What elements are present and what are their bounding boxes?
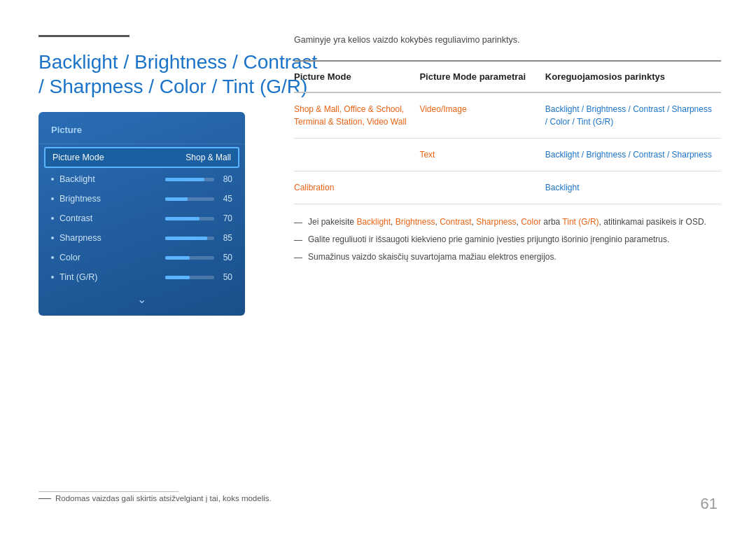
osd-backlight-item[interactable]: Backlight 80 bbox=[38, 169, 245, 189]
osd-contrast-item[interactable]: Contrast 70 bbox=[38, 209, 245, 228]
note-item-2: — Galite reguliuoti ir išsaugoti kiekvie… bbox=[294, 233, 721, 246]
bottom-note-text: Rodomas vaizdas gali skirtis atsižvelgia… bbox=[55, 494, 272, 503]
backlight-value: 80 bbox=[218, 174, 232, 184]
table-cell-1-1: Shop & Mall, Office & School, Terminal &… bbox=[294, 100, 419, 131]
osd-brightness-item[interactable]: Brightness 45 bbox=[38, 189, 245, 209]
osd-contrast-label: Contrast bbox=[59, 213, 92, 223]
table-cell-3-2 bbox=[419, 178, 545, 184]
table-cell-2-2: Text bbox=[419, 146, 545, 164]
osd-tint-item[interactable]: Tint (G/R) 50 bbox=[38, 267, 245, 287]
top-decorative-line bbox=[38, 35, 130, 37]
scroll-down-icon[interactable]: ⌄ bbox=[38, 287, 245, 309]
note-text-1: Jei pakeisite Backlight, Brightness, Con… bbox=[308, 216, 706, 228]
bottom-separator bbox=[38, 491, 178, 492]
osd-sharpness-item[interactable]: Sharpness 85 bbox=[38, 228, 245, 248]
table-cell-2-1 bbox=[294, 146, 419, 151]
osd-menu: Picture Picture Mode Shop & Mall Backlig… bbox=[38, 112, 245, 316]
brightness-slider[interactable] bbox=[165, 197, 214, 201]
osd-picture-mode-item[interactable]: Picture Mode Shop & Mall bbox=[44, 147, 239, 168]
table-cell-1-3: Backlight / Brightness / Contrast / Shar… bbox=[545, 100, 721, 131]
col-header-2: Picture Mode parametrai bbox=[419, 67, 545, 86]
table-cell-1-2: Video/Image bbox=[419, 100, 545, 118]
table-header: Picture Mode Picture Mode parametrai Kor… bbox=[294, 62, 721, 92]
sharpness-slider[interactable] bbox=[165, 237, 214, 240]
osd-color-item[interactable]: Color 50 bbox=[38, 248, 245, 267]
contrast-value: 70 bbox=[218, 213, 232, 223]
backlight-slider[interactable] bbox=[165, 178, 214, 181]
dot-icon bbox=[51, 276, 54, 279]
notes-section: — Jei pakeisite Backlight, Brightness, C… bbox=[294, 216, 721, 264]
osd-sharpness-label: Sharpness bbox=[59, 233, 102, 243]
brightness-value: 45 bbox=[218, 194, 232, 204]
color-slider[interactable] bbox=[165, 256, 214, 260]
note-dash: — bbox=[294, 251, 302, 264]
osd-menu-container: Picture Picture Mode Shop & Mall Backlig… bbox=[38, 112, 248, 316]
bottom-note: Rodomas vaizdas gali skirtis atsižvelgia… bbox=[38, 494, 272, 503]
osd-backlight-label: Backlight bbox=[59, 174, 95, 184]
dot-icon bbox=[51, 217, 54, 220]
osd-color-label: Color bbox=[59, 253, 80, 262]
dot-icon bbox=[51, 237, 54, 239]
osd-picture-mode-value: Shop & Mall bbox=[186, 153, 231, 162]
table-row: Shop & Mall, Office & School, Terminal &… bbox=[294, 93, 721, 139]
tint-slider[interactable] bbox=[165, 276, 214, 279]
dot-icon bbox=[51, 197, 54, 200]
osd-menu-title: Picture bbox=[38, 125, 245, 144]
table-cell-2-3: Backlight / Brightness / Contrast / Shar… bbox=[545, 146, 721, 164]
sharpness-value: 85 bbox=[218, 233, 232, 243]
note-dash: — bbox=[294, 216, 302, 229]
table-cell-3-3: Backlight bbox=[545, 178, 721, 197]
osd-tint-label: Tint (G/R) bbox=[59, 272, 97, 282]
page-number: 61 bbox=[701, 495, 718, 513]
contrast-slider[interactable] bbox=[165, 217, 214, 220]
note-item-3: — Sumažinus vaizdo skaisčių suvartojama … bbox=[294, 251, 721, 264]
osd-brightness-label: Brightness bbox=[59, 194, 101, 204]
col-header-3: Koreguojamosios parinktys bbox=[545, 67, 721, 86]
osd-picture-mode-label: Picture Mode bbox=[52, 153, 104, 162]
dot-icon bbox=[51, 178, 54, 181]
table-row: Text Backlight / Brightness / Contrast /… bbox=[294, 139, 721, 171]
color-value: 50 bbox=[218, 253, 232, 262]
tint-value: 50 bbox=[218, 272, 232, 282]
table-cell-3-1: Calibration bbox=[294, 178, 419, 197]
col-header-1: Picture Mode bbox=[294, 67, 419, 86]
note-dash: — bbox=[294, 234, 302, 246]
right-content: Gaminyje yra kelios vaizdo kokybės regul… bbox=[294, 35, 721, 268]
note-text-3: Sumažinus vaizdo skaisčių suvartojama ma… bbox=[308, 251, 556, 263]
note-item-1: — Jei pakeisite Backlight, Brightness, C… bbox=[294, 216, 721, 229]
table-row: Calibration Backlight bbox=[294, 171, 721, 204]
note-text-2: Galite reguliuoti ir išsaugoti kiekvieno… bbox=[308, 233, 669, 246]
dot-icon bbox=[51, 256, 54, 259]
intro-text: Gaminyje yra kelios vaizdo kokybės regul… bbox=[294, 35, 721, 45]
